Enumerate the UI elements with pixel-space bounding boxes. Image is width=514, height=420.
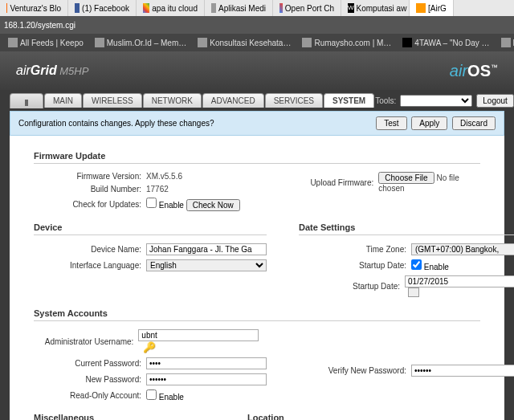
calendar-icon[interactable]	[408, 287, 419, 297]
section-firmware: Firmware Update	[34, 149, 480, 164]
tab-network[interactable]: NETWORK	[143, 93, 202, 108]
browser-tab[interactable]: apa itu cloud	[137, 0, 205, 16]
new-pw-label: New Password:	[34, 375, 146, 384]
tools-label: Tools:	[375, 96, 396, 105]
bookmark[interactable]: Konsultasi Kesehata…	[194, 38, 295, 47]
startup-date-label: Startup Date:	[299, 282, 405, 291]
verify-pw-label: Verify New Password:	[299, 366, 411, 375]
logout-button[interactable]: Logout	[476, 94, 514, 108]
bookmark-icon	[402, 38, 412, 47]
tools-select[interactable]	[400, 95, 472, 107]
favicon	[6, 3, 7, 13]
startup-date-input[interactable]	[405, 275, 514, 287]
bookmark[interactable]: All Feeds | Keepo	[4, 38, 88, 47]
favicon: W	[348, 3, 354, 13]
interface-lang-label: Interface Language:	[34, 261, 146, 270]
favicon	[416, 3, 426, 13]
bookmark-icon	[8, 38, 18, 47]
browser-tab[interactable]: Venturaz's Blo	[0, 0, 68, 16]
bookmark[interactable]: Rumaysho.com | M…	[298, 38, 395, 47]
device-name-input[interactable]	[146, 243, 267, 255]
new-pw-input[interactable]	[146, 373, 267, 385]
section-misc: Miscellaneous	[34, 410, 215, 420]
check-updates-checkbox[interactable]	[146, 198, 157, 208]
bookmarks-bar: All Feeds | Keepo Muslim.Or.Id – Mem… Ko…	[0, 34, 514, 51]
timezone-select[interactable]: (GMT+07:00) Bangkok,	[411, 243, 514, 255]
airos-logo: airOS™	[450, 62, 498, 80]
url-text: 168.1.20/system.cgi	[4, 21, 75, 30]
build-number: 17762	[146, 185, 169, 194]
test-button[interactable]: Test	[376, 116, 406, 130]
bookmark-icon	[501, 38, 511, 47]
startup-date-enable-label: Startup Date:	[299, 261, 411, 270]
bookmark[interactable]: Bisnis Having Fun |…	[497, 38, 514, 47]
section-date: Date Settings	[299, 220, 514, 235]
tab-main[interactable]: MAIN	[44, 93, 82, 108]
discard-button[interactable]: Discard	[452, 116, 496, 130]
page-content: airGrid M5HP airOS™ MAIN WIRELESS NETWOR…	[0, 51, 514, 420]
config-notice: Configuration contains changes. Apply th…	[10, 111, 504, 136]
favicon	[143, 3, 149, 13]
build-number-label: Build Number:	[34, 185, 146, 194]
key-icon[interactable]: 🔑	[143, 341, 156, 353]
check-now-button[interactable]: Check Now	[186, 199, 240, 211]
tab-services[interactable]: SERVICES	[265, 93, 323, 108]
browser-tab[interactable]: Open Port Ch	[273, 0, 341, 16]
upload-firmware-label: Upload Firmware:	[273, 178, 378, 187]
apply-button[interactable]: Apply	[411, 116, 447, 130]
favicon	[211, 3, 216, 13]
current-pw-label: Current Password:	[34, 359, 146, 368]
tab-home-icon[interactable]	[10, 93, 43, 108]
admin-user-label: Administrator Username:	[34, 337, 138, 346]
verify-pw-input[interactable]	[411, 365, 514, 377]
nav-tabs: MAIN WIRELESS NETWORK ADVANCED SERVICES …	[0, 90, 514, 111]
product-logo: airGrid M5HP	[16, 63, 88, 78]
current-pw-input[interactable]	[146, 357, 267, 369]
choose-file-button[interactable]: Choose File	[378, 172, 434, 184]
address-bar[interactable]: 168.1.20/system.cgi	[0, 16, 514, 34]
browser-tabs-bar: Venturaz's Blo (1) Facebook apa itu clou…	[0, 0, 514, 16]
header: airGrid M5HP airOS™	[0, 51, 514, 90]
favicon	[279, 3, 283, 13]
favicon	[75, 3, 80, 13]
startup-date-checkbox[interactable]	[411, 259, 422, 270]
timezone-label: Time Zone:	[299, 245, 411, 254]
check-updates-label: Check for Updates:	[34, 200, 146, 209]
tab-wireless[interactable]: WIRELESS	[83, 93, 142, 108]
browser-tab[interactable]: [AirG	[410, 0, 454, 16]
tab-system[interactable]: SYSTEM	[324, 93, 374, 108]
section-device: Device	[34, 220, 267, 235]
bookmark-icon	[302, 38, 312, 47]
browser-tab[interactable]: (1) Facebook	[68, 0, 137, 16]
bookmark-icon	[198, 38, 207, 47]
tab-advanced[interactable]: ADVANCED	[202, 93, 264, 108]
bookmark[interactable]: Muslim.Or.Id – Mem…	[91, 38, 190, 47]
antenna-icon	[18, 96, 35, 106]
notice-text: Configuration contains changes. Apply th…	[18, 119, 214, 128]
section-accounts: System Accounts	[34, 306, 480, 321]
device-name-label: Device Name:	[34, 245, 146, 254]
section-location: Location	[247, 410, 480, 420]
admin-user-input[interactable]	[138, 329, 259, 341]
firmware-version: XM.v5.5.6	[146, 172, 182, 181]
browser-tab[interactable]: WKomputasi aw	[341, 0, 410, 16]
firmware-version-label: Firmware Version:	[34, 172, 146, 181]
bookmark-icon	[95, 38, 104, 47]
bookmark[interactable]: 4TAWA – "No Day …	[398, 38, 493, 47]
interface-lang-select[interactable]: English	[146, 259, 267, 271]
readonly-label: Read-Only Account:	[34, 391, 146, 400]
browser-tab[interactable]: Aplikasi Medi	[205, 0, 273, 16]
main-panel: Configuration contains changes. Apply th…	[10, 111, 504, 420]
readonly-checkbox[interactable]	[146, 389, 157, 400]
